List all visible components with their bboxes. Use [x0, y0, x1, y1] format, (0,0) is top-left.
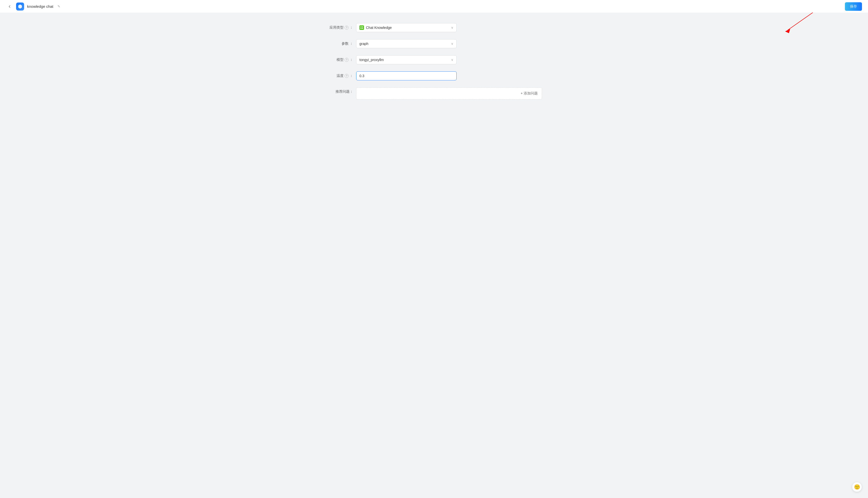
app-type-control: Chat Knowledge ∨ — [356, 23, 457, 32]
svg-rect-1 — [362, 26, 363, 27]
params-value: graph — [359, 42, 369, 46]
temperature-label: 温度 ? ： — [326, 74, 356, 78]
params-control: graph ∨ — [356, 39, 457, 48]
model-label: 模型 ? ： — [326, 57, 356, 62]
temperature-row: 温度 ? ： — [326, 71, 542, 80]
temperature-control — [356, 71, 457, 80]
edit-icon[interactable]: ✎ — [56, 4, 61, 9]
params-row: 参数 ： graph ∨ — [326, 39, 542, 48]
model-row: 模型 ? ： tongyi_proxyllm ∨ — [326, 55, 542, 64]
app-type-row: 应用类型 ? ： Chat — [326, 23, 542, 32]
model-control: tongyi_proxyllm ∨ — [356, 55, 457, 64]
app-type-help-icon[interactable]: ? — [345, 26, 349, 30]
feedback-button[interactable]: 🙂 — [852, 482, 862, 492]
svg-rect-3 — [362, 28, 363, 29]
params-select[interactable]: graph ∨ — [356, 39, 457, 48]
model-value: tongyi_proxyllm — [359, 58, 384, 62]
params-chevron-icon: ∨ — [451, 42, 453, 45]
app-type-select-value: Chat Knowledge — [359, 25, 392, 30]
app-type-icon — [359, 25, 364, 30]
save-button[interactable]: 保存 — [845, 2, 862, 11]
form-container: 应用类型 ? ： Chat — [326, 23, 542, 106]
recommended-row: 推荐问题： + 添加问题 — [326, 88, 542, 100]
add-question-button[interactable]: + 添加问题 — [521, 91, 538, 96]
model-select[interactable]: tongyi_proxyllm ∨ — [356, 55, 457, 64]
back-button[interactable] — [6, 3, 13, 10]
main-content: 应用类型 ? ： Chat — [0, 13, 868, 117]
recommended-label: 推荐问题： — [326, 88, 356, 94]
app-title: knowledge chat — [27, 4, 53, 9]
temperature-help-icon[interactable]: ? — [345, 74, 349, 78]
svg-rect-2 — [360, 28, 361, 29]
model-chevron-icon: ∨ — [451, 58, 453, 62]
temperature-input[interactable] — [356, 71, 457, 80]
app-type-select[interactable]: Chat Knowledge ∨ — [356, 23, 457, 32]
params-label: 参数 ： — [326, 41, 356, 46]
app-type-label: 应用类型 ? ： — [326, 25, 356, 30]
svg-rect-0 — [360, 26, 361, 27]
header: knowledge chat ✎ 保存 — [0, 0, 868, 13]
app-logo — [16, 2, 24, 11]
feedback-icon: 🙂 — [854, 484, 860, 490]
app-type-value: Chat Knowledge — [366, 26, 392, 30]
recommended-area[interactable]: + 添加问题 — [356, 88, 542, 100]
model-help-icon[interactable]: ? — [345, 58, 349, 62]
header-left: knowledge chat ✎ — [6, 2, 61, 11]
app-type-chevron-icon: ∨ — [451, 26, 453, 29]
